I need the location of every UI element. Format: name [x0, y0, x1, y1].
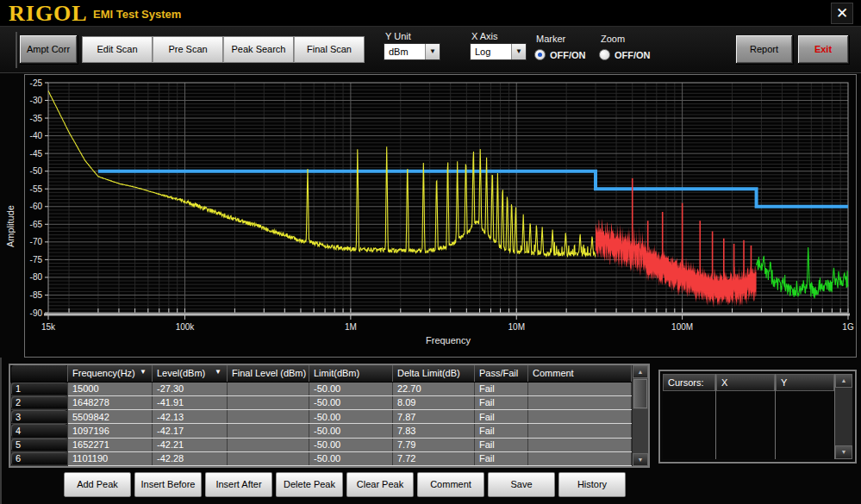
cell [228, 424, 309, 438]
cell: 7.72 [393, 451, 475, 465]
peak-search-button[interactable]: Peak Search [223, 36, 294, 63]
y-tick-label: -50 [30, 166, 43, 176]
column-header[interactable]: Level(dBm)▼ [153, 365, 228, 382]
y-tick-label: -85 [30, 290, 43, 300]
scrollbar-track[interactable] [633, 409, 648, 453]
x-tick-label: 1G [842, 322, 854, 332]
add-peak-button[interactable]: Add Peak [64, 472, 131, 497]
x-tick-label: 15k [41, 322, 56, 332]
cursors-header: Cursors: [663, 374, 715, 391]
scroll-up-icon[interactable]: ▲ [835, 374, 852, 388]
peak-action-buttons: Add PeakInsert BeforeInsert AfterDelete … [64, 472, 626, 497]
x-axis-label: X Axis [471, 31, 498, 41]
row-number[interactable]: 4 [11, 424, 68, 438]
scroll-down-icon[interactable]: ▼ [633, 453, 648, 466]
scrollbar-thumb[interactable] [633, 379, 647, 408]
comment-button[interactable]: Comment [417, 472, 484, 497]
peak-table: Frequency(Hz)▼Level(dBm)▼Final Level (dB… [10, 365, 632, 466]
column-header[interactable]: Pass/Fail [475, 365, 528, 382]
cursors-y-column: Y [776, 374, 835, 459]
cell: -50.00 [309, 410, 393, 424]
y-tick-label: -30 [30, 96, 43, 105]
scroll-down-icon[interactable]: ▼ [835, 445, 852, 459]
final-scan-button[interactable]: Final Scan [294, 36, 365, 63]
peak-table-header: Frequency(Hz)▼Level(dBm)▼Final Level (dB… [11, 365, 632, 382]
cell: 7.79 [393, 438, 475, 451]
insert-before-button[interactable]: Insert Before [134, 472, 202, 497]
clear-peak-button[interactable]: Clear Peak [346, 472, 414, 497]
pre-scan-button[interactable]: Pre Scan [153, 36, 223, 63]
cursors-x-header: X [716, 374, 775, 391]
toolbar: Ampt Corr Edit Scan Pre Scan Peak Search… [0, 26, 861, 73]
table-scrollbar[interactable]: ▲ ▼ [632, 365, 648, 466]
row-number[interactable]: 5 [11, 438, 68, 451]
scroll-up-icon[interactable]: ▲ [633, 365, 648, 378]
cell: Fail [475, 382, 528, 395]
toolbar-bevel [16, 32, 17, 68]
x-tick-label: 100k [176, 322, 196, 332]
sort-descending-icon[interactable]: ▼ [215, 368, 221, 376]
spectrum-plot: -25-30-35-40-45-50-55-60-65-70-75-80-85-… [25, 75, 856, 357]
row-number[interactable]: 6 [11, 451, 68, 465]
cell: 1652271 [68, 438, 153, 451]
close-icon: ✕ [836, 5, 848, 22]
cell: -50.00 [309, 438, 393, 451]
table-row[interactable]: 51652271-42.21-50.007.79Fail [11, 438, 632, 451]
table-row[interactable]: 35509842-42.13-50.007.87Fail [11, 410, 632, 424]
table-row[interactable]: 61101190-42.28-50.007.72Fail [11, 451, 632, 465]
close-button[interactable]: ✕ [831, 3, 853, 24]
app-title: EMI Test System [93, 8, 181, 21]
cell: -50.00 [309, 424, 393, 438]
row-number[interactable]: 1 [11, 382, 68, 395]
row-number[interactable]: 2 [11, 395, 68, 409]
save-button[interactable]: Save [488, 472, 555, 497]
y-tick-label: -70 [30, 237, 43, 246]
history-button[interactable]: History [558, 472, 626, 497]
marker-radio[interactable] [534, 49, 546, 60]
ampt-corr-button[interactable]: Ampt Corr [19, 34, 78, 64]
cell: 22.70 [393, 382, 475, 395]
cell: -42.13 [153, 410, 228, 424]
zoom-radio[interactable] [599, 49, 610, 60]
cursors-panel: Cursors: X Y ▲ ▼ [658, 370, 857, 464]
chevron-down-icon[interactable]: ▼ [425, 44, 440, 59]
y-unit-select[interactable]: dBm ▼ [384, 43, 440, 60]
cell: -27.30 [153, 382, 228, 395]
column-header[interactable]: Final Level (dBm) [228, 365, 309, 382]
title-bar: RIGOL EMI Test System ✕ [0, 0, 861, 26]
x-axis-value: Log [471, 44, 511, 59]
peak-table-frame: Frequency(Hz)▼Level(dBm)▼Final Level (dB… [9, 364, 650, 468]
table-row[interactable]: 41097196-42.17-50.007.83Fail [11, 424, 632, 438]
cell: -50.00 [309, 451, 393, 465]
zoom-options: OFF/ON [615, 50, 651, 60]
cursors-scrollbar[interactable]: ▲ ▼ [835, 374, 852, 459]
spectrum-chart-panel[interactable]: -25-30-35-40-45-50-55-60-65-70-75-80-85-… [24, 74, 857, 358]
x-tick-label: 10M [508, 322, 525, 332]
row-number[interactable]: 3 [11, 410, 68, 424]
delete-peak-button[interactable]: Delete Peak [276, 472, 343, 497]
y-tick-label: -75 [30, 255, 43, 264]
column-header[interactable]: Delta Limit(dB) [393, 365, 475, 382]
exit-button[interactable]: Exit [797, 34, 849, 64]
column-header[interactable]: Comment [528, 365, 632, 382]
rigol-logo: RIGOL [9, 1, 88, 27]
cell: 8.09 [393, 395, 475, 409]
x-tick-label: 1M [345, 322, 357, 332]
marker-options: OFF/ON [550, 50, 586, 60]
table-row[interactable]: 21648278-41.91-50.008.09Fail [11, 395, 632, 409]
column-header[interactable]: Frequency(Hz)▼ [68, 365, 153, 382]
cell [228, 410, 309, 424]
chevron-down-icon[interactable]: ▼ [511, 44, 526, 59]
edit-scan-button[interactable]: Edit Scan [82, 36, 153, 63]
sort-descending-icon[interactable]: ▼ [140, 368, 147, 376]
table-row[interactable]: 115000-27.30-50.0022.70Fail [11, 382, 632, 395]
column-header[interactable]: Limit(dBm) [309, 365, 393, 382]
x-axis-select[interactable]: Log ▼ [470, 43, 527, 60]
y-tick-label: -40 [30, 131, 43, 140]
insert-after-button[interactable]: Insert After [205, 472, 272, 497]
marker-toggle: OFF/ON [534, 49, 586, 60]
scan-button-group: Edit Scan Pre Scan Peak Search Final Sca… [82, 36, 365, 63]
cell [528, 395, 632, 409]
cell: 7.87 [393, 410, 475, 424]
report-button[interactable]: Report [735, 34, 793, 64]
